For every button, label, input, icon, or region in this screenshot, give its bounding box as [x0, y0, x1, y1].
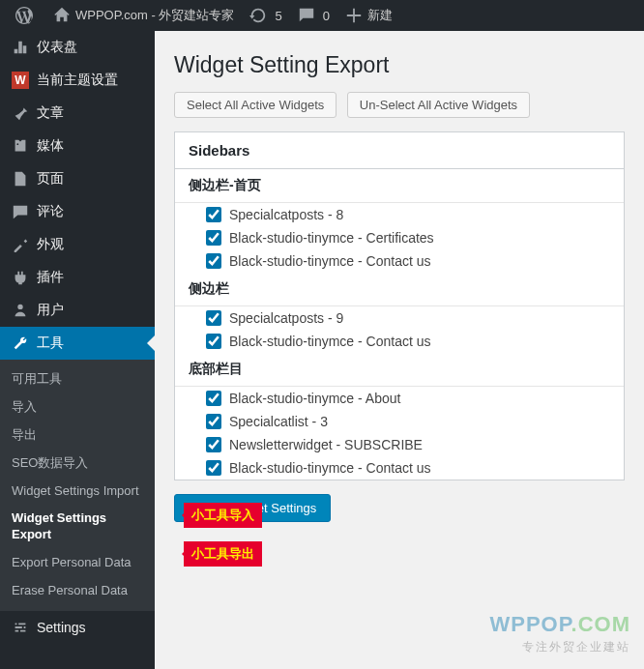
widget-row: Specialcatposts - 9	[175, 306, 624, 330]
plugin-icon	[12, 269, 29, 286]
select-all-button[interactable]: Select All Active Widgets	[174, 92, 337, 118]
submenu-item[interactable]: Widget Settings Export	[0, 505, 155, 549]
toolbar-updates[interactable]: 5	[242, 0, 289, 31]
callout-import: 小工具导入	[184, 503, 262, 528]
wppop-icon: W	[12, 72, 29, 89]
comment-icon	[12, 203, 29, 220]
menu-item-wppop[interactable]: W当前主题设置	[0, 64, 155, 97]
pin-icon	[12, 104, 29, 122]
menu-label: Settings	[37, 620, 86, 635]
menu-label: 用户	[37, 302, 64, 319]
menu-label: 工具	[37, 334, 64, 352]
menu-item-pin[interactable]: 文章	[0, 97, 155, 130]
widget-label: Newsletterwidget - SUBSCRIBE	[229, 437, 423, 452]
submenu-item[interactable]: Widget Settings Import	[0, 478, 155, 506]
menu-item-dashboard[interactable]: 仪表盘	[0, 31, 155, 64]
widget-checkbox[interactable]	[206, 230, 221, 246]
submenu-item[interactable]: Export Personal Data	[0, 549, 155, 577]
watermark-tagline: 专注外贸企业建站	[489, 639, 630, 655]
watermark: WPPOP.COM 专注外贸企业建站	[489, 612, 630, 655]
widget-checkbox[interactable]	[206, 334, 221, 349]
widget-row: Specialcatlist - 3	[175, 410, 624, 433]
submenu-item[interactable]: SEO数据导入	[0, 450, 155, 478]
menu-label: 仪表盘	[37, 39, 77, 56]
menu-label: 当前主题设置	[37, 72, 118, 89]
menu-item-comment[interactable]: 评论	[0, 195, 155, 228]
widget-row: Black-studio-tinymce - Contact us	[175, 330, 624, 353]
menu-label: 页面	[37, 170, 64, 188]
widget-row: Black-studio-tinymce - Certificates	[175, 226, 624, 249]
menu-label: 外观	[37, 236, 64, 253]
menu-item-page[interactable]: 页面	[0, 162, 155, 195]
menu-item-settings[interactable]: Settings	[0, 611, 155, 644]
toolbar-comments-count: 0	[323, 9, 330, 23]
widget-checkbox[interactable]	[206, 310, 221, 326]
menu-label: 评论	[37, 203, 64, 220]
tools-icon	[12, 334, 29, 352]
menu-item-users[interactable]: 用户	[0, 294, 155, 327]
users-icon	[12, 302, 29, 319]
widget-row: Black-studio-tinymce - About	[175, 387, 624, 410]
toolbar-wordpress-logo[interactable]	[8, 0, 45, 31]
toolbar-updates-count: 5	[275, 9, 281, 23]
update-icon	[249, 7, 267, 24]
widget-checkbox[interactable]	[206, 414, 221, 429]
comment-icon	[298, 7, 315, 24]
menu-label: 媒体	[37, 137, 64, 155]
widget-label: Black-studio-tinymce - Contact us	[229, 253, 431, 269]
submenu: 可用工具导入导出SEO数据导入Widget Settings ImportWid…	[0, 360, 155, 611]
menu-label: 文章	[37, 104, 64, 122]
menu-item-tools[interactable]: 工具	[0, 327, 155, 360]
widget-checkbox[interactable]	[206, 391, 221, 406]
toolbar-new[interactable]: 新建	[337, 0, 400, 31]
watermark-logo: WPPOP.COM	[489, 612, 630, 637]
submenu-item[interactable]: Erase Personal Data	[0, 577, 155, 605]
widget-label: Black-studio-tinymce - About	[229, 391, 400, 406]
section-title: 侧边栏-首页	[175, 169, 624, 203]
sidebars-panel: Sidebars 侧边栏-首页Specialcatposts - 8Black-…	[174, 131, 625, 480]
widget-checkbox[interactable]	[206, 460, 221, 476]
widget-label: Black-studio-tinymce - Certificates	[229, 230, 434, 246]
widget-row: Specialcatposts - 8	[175, 203, 624, 226]
widget-row: Black-studio-tinymce - Contact us	[175, 249, 624, 273]
toolbar-comments[interactable]: 0	[290, 0, 337, 31]
plus-icon	[345, 7, 363, 24]
settings-icon	[12, 619, 29, 636]
widget-label: Specialcatlist - 3	[229, 414, 328, 429]
widget-row: Newsletterwidget - SUBSCRIBE	[175, 433, 624, 456]
menu-item-plugin[interactable]: 插件	[0, 261, 155, 294]
toolbar-site-name[interactable]: WPPOP.com - 外贸建站专家	[45, 0, 242, 31]
widget-checkbox[interactable]	[206, 207, 221, 222]
admin-toolbar: WPPOP.com - 外贸建站专家 5 0 新建	[0, 0, 644, 31]
toolbar-site-title: WPPOP.com - 外贸建站专家	[75, 7, 234, 24]
dashboard-icon	[12, 39, 29, 56]
callout-export: 小工具导出	[184, 541, 262, 567]
widget-label: Black-studio-tinymce - Contact us	[229, 334, 431, 349]
section-title: 底部栏目	[175, 353, 624, 387]
widget-label: Specialcatposts - 8	[229, 207, 343, 222]
widget-checkbox[interactable]	[206, 253, 221, 269]
home-icon	[53, 7, 71, 24]
widget-label: Black-studio-tinymce - Contact us	[229, 460, 431, 476]
widget-checkbox[interactable]	[206, 437, 221, 452]
unselect-all-button[interactable]: Un-Select All Active Widgets	[347, 92, 530, 118]
submenu-item[interactable]: 导入	[0, 393, 155, 422]
menu-item-media[interactable]: 媒体	[0, 130, 155, 162]
page-icon	[12, 170, 29, 188]
section-title: 侧边栏	[175, 273, 624, 306]
widget-row: Black-studio-tinymce - Contact us	[175, 456, 624, 480]
main-content: Widget Setting Export Select All Active …	[155, 31, 644, 669]
submenu-item[interactable]: 导出	[0, 422, 155, 450]
toolbar-new-label: 新建	[367, 7, 393, 24]
appearance-icon	[12, 236, 29, 253]
media-icon	[12, 137, 29, 155]
panel-header: Sidebars	[175, 132, 624, 169]
wordpress-icon	[15, 7, 33, 24]
button-row: Select All Active Widgets Un-Select All …	[174, 92, 625, 118]
menu-label: 插件	[37, 269, 64, 286]
submenu-item[interactable]: 可用工具	[0, 365, 155, 393]
menu-item-appearance[interactable]: 外观	[0, 228, 155, 261]
page-title: Widget Setting Export	[174, 52, 625, 78]
widget-label: Specialcatposts - 9	[229, 310, 343, 326]
admin-sidebar: 仪表盘W当前主题设置文章媒体页面评论外观插件用户工具可用工具导入导出SEO数据导…	[0, 31, 155, 669]
